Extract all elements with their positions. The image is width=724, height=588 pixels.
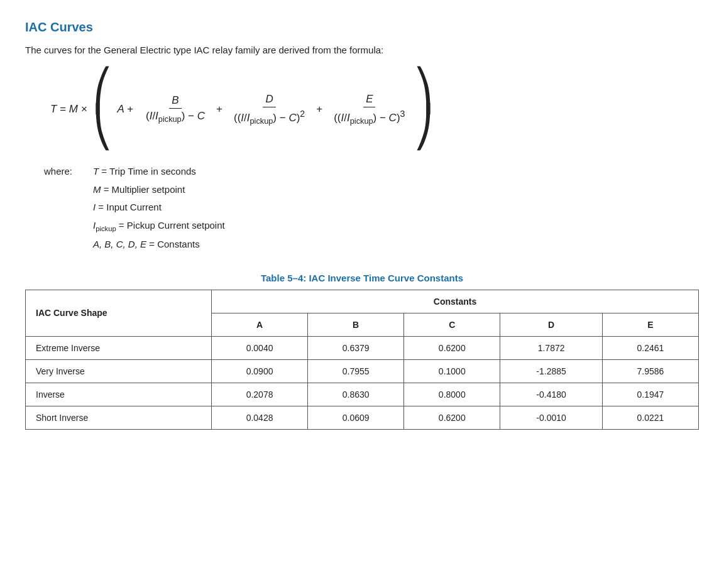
where-label: where: (44, 163, 88, 253)
cell-3-B: 0.0609 (308, 406, 404, 429)
cell-2-E: 0.1947 (602, 383, 698, 406)
table-row: Very Inverse0.09000.79550.1000-1.28857.9… (26, 359, 699, 383)
subheader-D: D (500, 313, 603, 336)
page-title: IAC Curves (25, 20, 699, 35)
cell-2-A: 0.2078 (212, 383, 308, 406)
table-title: Table 5–4: IAC Inverse Time Curve Consta… (25, 273, 699, 283)
var-M: M = Multiplier setpoint (93, 181, 225, 199)
open-bracket: ⎛⎝ (92, 73, 112, 145)
cell-0-E: 0.2461 (602, 336, 698, 359)
cell-0-D: 1.7872 (500, 336, 603, 359)
var-ABCDE: A, B, C, D, E = Constants (93, 236, 225, 254)
table-header-row-1: IAC Curve Shape Constants (26, 290, 699, 313)
cell-2-C: 0.8000 (404, 383, 500, 406)
var-Ipickup: Ipickup = Pickup Current setpoint (93, 217, 225, 236)
subheader-C: C (404, 313, 500, 336)
subheader-E: E (602, 313, 698, 336)
table-row: Inverse0.20780.86300.8000-0.41800.1947 (26, 383, 699, 406)
cell-1-shape: Very Inverse (26, 359, 212, 383)
table-row: Short Inverse0.04280.06090.6200-0.00100.… (26, 406, 699, 429)
subheader-B: B (308, 313, 404, 336)
intro-text: The curves for the General Electric type… (25, 45, 699, 55)
cell-1-B: 0.7955 (308, 359, 404, 383)
plus-1: + (216, 103, 222, 116)
constants-table: IAC Curve Shape Constants A B C D E Extr… (25, 290, 699, 430)
cell-1-C: 0.1000 (404, 359, 500, 383)
cell-3-C: 0.6200 (404, 406, 500, 429)
var-I: I = Input Current (93, 199, 225, 217)
close-bracket: ⎞⎠ (414, 73, 434, 145)
subheader-A: A (212, 313, 308, 336)
fraction-D: D ((I/Ipickup) − C)2 (231, 93, 307, 126)
cell-0-B: 0.6379 (308, 336, 404, 359)
cell-0-A: 0.0040 (212, 336, 308, 359)
col-header-shape: IAC Curve Shape (26, 290, 212, 336)
cell-1-E: 7.9586 (602, 359, 698, 383)
cell-2-D: -0.4180 (500, 383, 603, 406)
cell-1-A: 0.0900 (212, 359, 308, 383)
cell-3-A: 0.0428 (212, 406, 308, 429)
fraction-E: E ((I/Ipickup) − C)3 (331, 93, 407, 126)
cell-3-shape: Short Inverse (26, 406, 212, 429)
cell-0-C: 0.6200 (404, 336, 500, 359)
formula-block: T = M × ⎛⎝ A + B (I/Ipickup) − C + D ((I… (50, 73, 699, 145)
variables-block: where: T = Trip Time in seconds M = Mult… (44, 163, 699, 253)
cell-1-D: -1.2885 (500, 359, 603, 383)
formula-A: A + (118, 103, 133, 116)
cell-0-shape: Extreme Inverse (26, 336, 212, 359)
col-header-constants: Constants (212, 290, 699, 313)
plus-2: + (316, 103, 322, 116)
table-row: Extreme Inverse0.00400.63790.62001.78720… (26, 336, 699, 359)
cell-3-D: -0.0010 (500, 406, 603, 429)
cell-2-B: 0.8630 (308, 383, 404, 406)
formula-lhs: T = M × (50, 103, 87, 116)
var-T: T = Trip Time in seconds (93, 163, 225, 181)
fraction-B: B (I/Ipickup) − C (143, 94, 207, 124)
cell-2-shape: Inverse (26, 383, 212, 406)
cell-3-E: 0.0221 (602, 406, 698, 429)
